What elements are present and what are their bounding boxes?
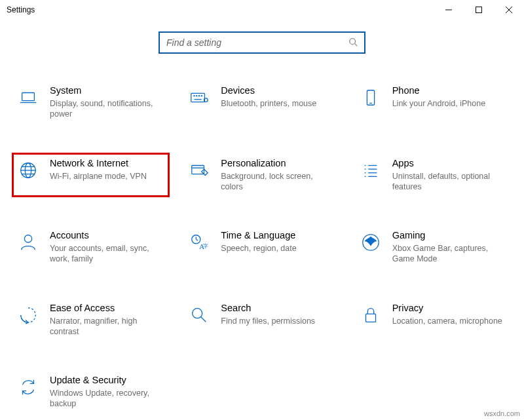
window-controls xyxy=(434,0,524,20)
svg-point-4 xyxy=(350,38,356,44)
minimize-button[interactable] xyxy=(434,0,464,20)
laptop-icon xyxy=(17,86,39,109)
tile-text: Search Find my files, permissions xyxy=(221,303,335,326)
svg-point-9 xyxy=(194,96,195,96)
tile-text: Gaming Xbox Game Bar, captures, Game Mod… xyxy=(392,230,507,265)
settings-grid: System Display, sound, notifications, po… xyxy=(0,80,524,415)
tile-desc: Windows Update, recovery, backup xyxy=(50,388,164,410)
svg-line-40 xyxy=(201,316,206,322)
tile-update-security[interactable]: Update & Security Windows Update, recove… xyxy=(12,370,170,415)
tile-title: Ease of Access xyxy=(50,303,164,313)
globe-icon xyxy=(17,159,39,181)
phone-icon xyxy=(360,86,382,109)
tile-title: Phone xyxy=(392,85,507,96)
search-input[interactable] xyxy=(166,37,348,48)
tile-accounts[interactable]: Accounts Your accounts, email, sync, wor… xyxy=(12,225,170,270)
search-icon xyxy=(348,37,358,48)
tile-devices[interactable]: Devices Bluetooth, printers, mouse xyxy=(183,80,341,125)
tile-text: Time & Language Speech, region, date xyxy=(221,230,335,254)
list-icon xyxy=(360,159,382,181)
tile-title: Accounts xyxy=(50,230,164,240)
tile-text: Devices Bluetooth, printers, mouse xyxy=(221,85,335,109)
tile-text: Apps Uninstall, defaults, optional featu… xyxy=(392,158,507,193)
tile-desc: Narrator, magnifier, high contrast xyxy=(50,316,164,337)
tile-desc: Location, camera, microphone xyxy=(392,316,507,326)
ease-of-access-icon xyxy=(17,304,39,326)
search-box[interactable] xyxy=(159,31,365,54)
close-button[interactable] xyxy=(494,0,524,20)
tile-title: Personalization xyxy=(221,158,335,168)
tile-text: Personalization Background, lock screen,… xyxy=(221,158,335,193)
tile-title: Gaming xyxy=(392,230,507,240)
tile-title: Privacy xyxy=(392,303,507,313)
tile-text: Ease of Access Narrator, magnifier, high… xyxy=(50,303,164,337)
svg-point-10 xyxy=(196,96,197,96)
tile-gaming[interactable]: Gaming Xbox Game Bar, captures, Game Mod… xyxy=(354,225,512,270)
tile-desc: Bluetooth, printers, mouse xyxy=(221,98,335,109)
tile-phone[interactable]: Phone Link your Android, iPhone xyxy=(354,80,512,125)
tile-time-language[interactable]: A字 Time & Language Speech, region, date xyxy=(183,225,341,270)
svg-point-39 xyxy=(193,308,202,318)
tile-text: Network & Internet Wi-Fi, airplane mode,… xyxy=(50,158,164,181)
tile-title: Search xyxy=(221,303,335,313)
tile-search[interactable]: Search Find my files, permissions xyxy=(183,297,341,343)
svg-line-5 xyxy=(355,43,358,46)
svg-text:字: 字 xyxy=(203,242,208,249)
magnifier-icon xyxy=(188,304,210,326)
tile-desc: Background, lock screen, colors xyxy=(221,171,335,193)
tile-title: Time & Language xyxy=(221,230,335,240)
tile-text: Privacy Location, camera, microphone xyxy=(392,303,507,326)
svg-rect-41 xyxy=(365,314,375,322)
tile-apps[interactable]: Apps Uninstall, defaults, optional featu… xyxy=(354,153,512,198)
time-language-icon: A字 xyxy=(188,231,210,254)
person-icon xyxy=(17,231,39,254)
keyboard-icon xyxy=(188,86,210,109)
paint-icon xyxy=(188,159,210,181)
tile-text: Phone Link your Android, iPhone xyxy=(392,85,507,109)
tile-system[interactable]: System Display, sound, notifications, po… xyxy=(12,80,170,125)
sync-icon xyxy=(17,376,39,398)
titlebar: Settings xyxy=(0,0,524,20)
lock-icon xyxy=(360,304,382,326)
tile-text: Update & Security Windows Update, recove… xyxy=(50,375,164,410)
search-container xyxy=(0,31,524,54)
gaming-icon xyxy=(360,231,382,254)
tile-privacy[interactable]: Privacy Location, camera, microphone xyxy=(354,297,512,343)
tile-title: Network & Internet xyxy=(50,158,164,168)
tile-desc: Your accounts, email, sync, work, family xyxy=(50,243,164,265)
tile-network-internet[interactable]: Network & Internet Wi-Fi, airplane mode,… xyxy=(12,153,170,198)
tile-desc: Xbox Game Bar, captures, Game Mode xyxy=(392,243,507,265)
tile-desc: Display, sound, notifications, power xyxy=(50,98,164,120)
watermark: wsxdn.com xyxy=(484,410,520,417)
svg-point-12 xyxy=(202,96,202,96)
tile-ease-of-access[interactable]: Ease of Access Narrator, magnifier, high… xyxy=(12,297,170,343)
tile-personalization[interactable]: Personalization Background, lock screen,… xyxy=(183,153,341,198)
tile-text: System Display, sound, notifications, po… xyxy=(50,85,164,120)
tile-title: Apps xyxy=(392,158,507,168)
svg-point-11 xyxy=(199,96,200,96)
svg-line-35 xyxy=(196,239,198,240)
svg-rect-8 xyxy=(191,93,205,102)
tile-desc: Speech, region, date xyxy=(221,243,335,254)
svg-rect-1 xyxy=(476,7,482,13)
tile-desc: Wi-Fi, airplane mode, VPN xyxy=(50,171,164,181)
maximize-button[interactable] xyxy=(464,0,494,20)
svg-rect-6 xyxy=(22,93,35,101)
svg-point-32 xyxy=(24,235,31,242)
tile-title: System xyxy=(50,85,164,96)
tile-text: Accounts Your accounts, email, sync, wor… xyxy=(50,230,164,265)
tile-desc: Link your Android, iPhone xyxy=(392,98,507,109)
tile-title: Devices xyxy=(221,85,335,96)
tile-title: Update & Security xyxy=(50,375,164,385)
window-title: Settings xyxy=(7,5,35,14)
tile-desc: Find my files, permissions xyxy=(221,316,335,326)
tile-desc: Uninstall, defaults, optional features xyxy=(392,171,507,193)
